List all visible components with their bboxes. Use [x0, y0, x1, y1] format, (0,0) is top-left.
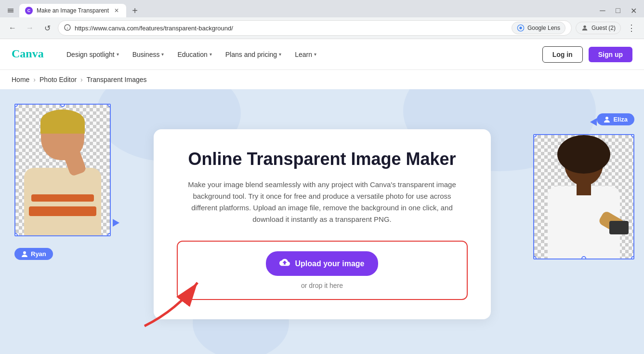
- chevron-down-icon: ▾: [279, 52, 281, 57]
- address-bar: ← → ↺ i https://www.canva.com/features/t…: [0, 17, 644, 39]
- nav-education[interactable]: Education ▾: [171, 47, 217, 62]
- nav-design-spotlight[interactable]: Design spotlight ▾: [61, 47, 125, 62]
- svg-point-5: [519, 27, 522, 29]
- nav-plans-pricing[interactable]: Plans and pricing ▾: [220, 47, 287, 62]
- hero-description: Make your image blend seamlessly with an…: [183, 179, 462, 225]
- left-name-tag: Ryan: [14, 248, 53, 260]
- red-arrow: [135, 263, 212, 333]
- tab-list-button[interactable]: [4, 4, 17, 17]
- refresh-button[interactable]: ↺: [40, 21, 54, 35]
- active-tab[interactable]: C Make an Image Transparent ✕: [19, 4, 126, 17]
- breadcrumb-separator: ›: [80, 76, 83, 83]
- svg-text:Canva: Canva: [12, 47, 44, 60]
- login-button[interactable]: Log in: [542, 46, 583, 63]
- profile-button[interactable]: Guest (2): [576, 22, 621, 34]
- hero-title: Online Transparent Image Maker: [177, 149, 468, 169]
- nav-learn[interactable]: Learn ▾: [289, 47, 322, 62]
- upload-cloud-icon: [279, 257, 290, 270]
- breadcrumb: Home › Photo Editor › Transparent Images: [0, 70, 644, 89]
- chevron-down-icon: ▾: [210, 52, 212, 57]
- tab-close-button[interactable]: ✕: [113, 7, 120, 14]
- new-tab-button[interactable]: +: [128, 4, 142, 17]
- secure-icon: i: [64, 24, 71, 32]
- upload-button-label: Upload your image: [295, 259, 364, 268]
- right-name-tag: Eliza: [597, 113, 634, 125]
- main-content: Ryan Online Transparent Image Maker Make…: [0, 89, 644, 354]
- breadcrumb-separator: ›: [33, 76, 36, 83]
- svg-point-6: [583, 26, 586, 28]
- canva-logo[interactable]: Canva: [12, 47, 45, 62]
- nav-business[interactable]: Business ▾: [127, 47, 170, 62]
- tab-title: Make an Image Transparent: [37, 7, 109, 14]
- upload-area: Upload your image or drop it here: [177, 241, 468, 300]
- right-person-card: Eliza: [533, 113, 634, 259]
- drop-text: or drop it here: [301, 282, 343, 289]
- close-button[interactable]: ✕: [627, 4, 640, 17]
- breadcrumb-photo-editor[interactable]: Photo Editor: [39, 76, 77, 83]
- svg-text:C: C: [27, 8, 31, 13]
- svg-text:i: i: [67, 26, 68, 30]
- tab-favicon: C: [25, 7, 33, 14]
- more-options-button[interactable]: ⋮: [625, 21, 638, 35]
- url-bar[interactable]: i https://www.canva.com/features/transpa…: [58, 20, 572, 36]
- signup-button[interactable]: Sign up: [589, 47, 632, 62]
- tab-bar: C Make an Image Transparent ✕ + ─ □ ✕: [0, 0, 644, 17]
- google-lens-button[interactable]: Google Lens: [512, 22, 565, 34]
- browser-chrome: C Make an Image Transparent ✕ + ─ □ ✕ ← …: [0, 0, 644, 39]
- svg-point-9: [605, 117, 608, 120]
- url-text: https://www.canva.com/features/transpare…: [75, 25, 508, 32]
- nav-actions: Log in Sign up: [542, 46, 632, 63]
- breadcrumb-current: Transparent Images: [87, 76, 147, 83]
- back-button[interactable]: ←: [6, 21, 19, 35]
- svg-point-8: [23, 251, 26, 254]
- forward-button[interactable]: →: [23, 21, 37, 35]
- canva-nav: Canva Design spotlight ▾ Business ▾ Educ…: [0, 39, 644, 70]
- left-person-card: Ryan: [14, 104, 116, 260]
- google-lens-label: Google Lens: [527, 25, 560, 31]
- chevron-down-icon: ▾: [161, 52, 164, 57]
- profile-label: Guest (2): [591, 25, 616, 31]
- upload-button[interactable]: Upload your image: [266, 251, 378, 276]
- window-controls: ─ □ ✕: [596, 4, 640, 17]
- chevron-down-icon: ▾: [314, 52, 316, 57]
- breadcrumb-home[interactable]: Home: [12, 76, 29, 83]
- chevron-down-icon: ▾: [117, 52, 119, 57]
- minimize-button[interactable]: ─: [596, 4, 609, 17]
- nav-items: Design spotlight ▾ Business ▾ Education …: [61, 47, 542, 62]
- maximize-button[interactable]: □: [611, 4, 625, 17]
